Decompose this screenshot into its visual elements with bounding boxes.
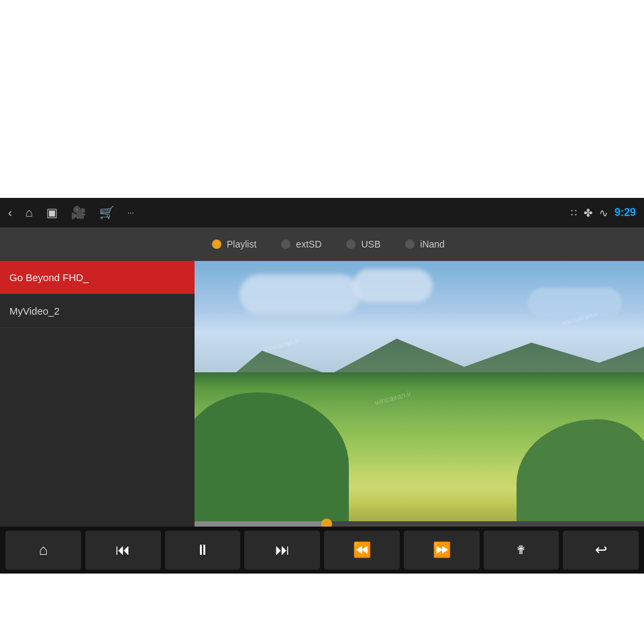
tab-label-extsd: extSD: [296, 239, 321, 250]
bluetooth-icon: ✤: [584, 207, 592, 219]
prev-button[interactable]: ⏮: [85, 531, 161, 570]
forward-button[interactable]: ⏩: [404, 531, 480, 570]
cast-icon: ∷: [571, 207, 577, 218]
back-icon: ↩: [595, 541, 607, 559]
tab-dot-usb: [346, 239, 356, 249]
dots-icon: ···: [127, 208, 134, 217]
controls-bar: ⌂ ⏮ ⏸ ⏭ ⏪ ⏩ ✟ ↩: [0, 527, 644, 574]
back-button[interactable]: ↩: [563, 531, 639, 570]
playlist-sidebar: Go Beyond FHD_ MyVideo_2: [0, 261, 195, 527]
recent-nav-icon[interactable]: ▣: [46, 205, 58, 220]
playlist-item-2[interactable]: MyVideo_2: [0, 294, 195, 328]
tab-label-usb: USB: [361, 239, 380, 250]
playlist-item-2-title: MyVideo_2: [9, 305, 60, 317]
pause-button[interactable]: ⏸: [165, 531, 241, 570]
tab-label-playlist: Playlist: [227, 239, 256, 250]
next-button[interactable]: ⏭: [244, 531, 320, 570]
tab-playlist[interactable]: Playlist: [201, 235, 267, 254]
camera-nav-icon[interactable]: 🎥: [71, 205, 86, 220]
forward-icon: ⏩: [433, 541, 451, 559]
video-area[interactable]: wincairan.ir wincairan.ir wincairan.ir: [195, 261, 644, 527]
nav-icons: ‹ ⌂ ▣ 🎥 🛒 ···: [8, 205, 571, 220]
rewind-button[interactable]: ⏪: [324, 531, 400, 570]
cloud-2: [528, 288, 622, 318]
cloud-1: [239, 274, 360, 315]
playlist-item-1-title: Go Beyond FHD_: [9, 272, 89, 283]
bag-nav-icon[interactable]: 🛒: [99, 205, 114, 220]
source-tabs: Playlist extSD USB iNand: [0, 227, 644, 261]
video-scene: wincairan.ir wincairan.ir wincairan.ir: [195, 261, 644, 527]
tab-dot-playlist: [212, 239, 221, 249]
tab-label-inand: iNand: [420, 239, 445, 250]
fullscreen-icon: ✟: [516, 543, 526, 557]
home-button[interactable]: ⌂: [5, 531, 81, 570]
main-content: Go Beyond FHD_ MyVideo_2 wincairan.ir wi…: [0, 261, 644, 527]
progress-thumb[interactable]: [321, 519, 332, 527]
pause-icon: ⏸: [195, 541, 210, 559]
cloud-3: [352, 269, 433, 303]
device-frame: ‹ ⌂ ▣ 🎥 🛒 ··· ∷ ✤ ∿ 9:29 Playlist extSD …: [0, 198, 644, 574]
next-icon: ⏭: [275, 541, 290, 559]
tab-usb[interactable]: USB: [335, 235, 391, 254]
tab-extsd[interactable]: extSD: [270, 235, 332, 254]
prev-icon: ⏮: [115, 541, 130, 559]
tab-dot-inand: [405, 239, 415, 249]
fullscreen-button[interactable]: ✟: [484, 531, 559, 570]
video-progress-bar[interactable]: [195, 521, 644, 527]
home-nav-icon[interactable]: ⌂: [25, 206, 33, 220]
status-bar: ‹ ⌂ ▣ 🎥 🛒 ··· ∷ ✤ ∿ 9:29: [0, 198, 644, 227]
status-right: ∷ ✤ ∿ 9:29: [571, 207, 636, 219]
time-display: 9:29: [614, 207, 636, 219]
playlist-item-1[interactable]: Go Beyond FHD_: [0, 261, 195, 294]
wifi-icon: ∿: [599, 207, 608, 219]
rewind-icon: ⏪: [353, 541, 371, 559]
tab-inand[interactable]: iNand: [394, 235, 455, 254]
back-nav-icon[interactable]: ‹: [8, 206, 12, 220]
progress-fill: [195, 521, 329, 527]
tab-dot-extsd: [281, 239, 290, 249]
home-icon: ⌂: [39, 541, 48, 559]
